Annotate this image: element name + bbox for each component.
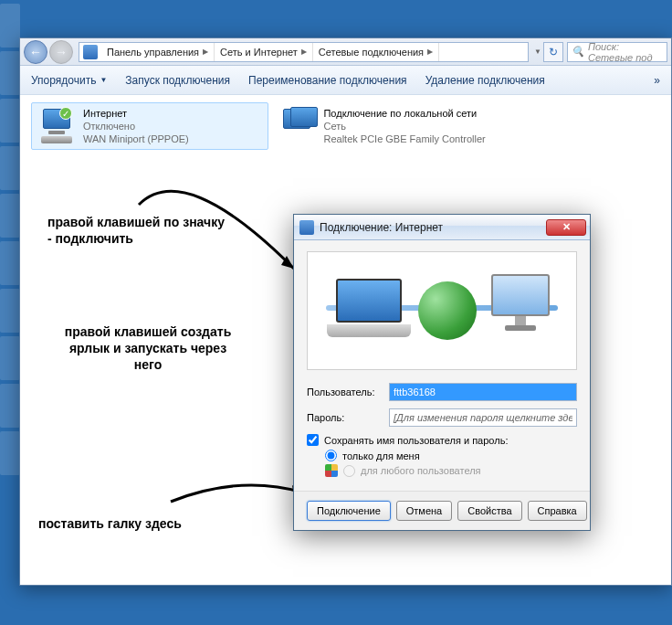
search-icon: 🔍 [572, 46, 584, 58]
connection-item-internet[interactable]: ✓ Интернет Отключено WAN Miniport (PPPOE… [31, 102, 268, 150]
annotation-text: поставить галку здесь [38, 515, 182, 532]
save-credentials-checkbox[interactable] [307, 434, 319, 446]
connection-item-lan[interactable]: Подключение по локальной сети Сеть Realt… [272, 103, 509, 149]
shield-icon [325, 464, 338, 477]
globe-icon [418, 281, 477, 340]
connection-status: Сеть [323, 120, 485, 132]
breadcrumb[interactable]: Панель управления▶ [101, 43, 215, 61]
connect-dialog: Подключение: Интернет ✕ Пользователь: Па… [293, 214, 591, 531]
dialog-icon [299, 220, 314, 235]
any-user-radio [343, 465, 355, 477]
close-button[interactable]: ✕ [546, 219, 586, 236]
connection-status: Отключено [83, 120, 189, 132]
connect-button[interactable]: Подключение [307, 501, 391, 521]
cancel-button[interactable]: Отмена [396, 501, 452, 521]
nav-bar: ← → Панель управления▶ Сеть и Интернет▶ … [20, 38, 671, 66]
password-label: Пароль: [307, 412, 383, 423]
dialog-buttons: Подключение Отмена Свойства Справка [294, 491, 590, 530]
only-me-label: только для меня [342, 450, 420, 461]
password-field[interactable] [389, 408, 577, 427]
annotation-text: правой клавишей создать ярлык и запускат… [57, 323, 239, 373]
annotation-arrow-icon [166, 470, 312, 515]
username-field[interactable] [389, 383, 577, 401]
save-credentials-label: Сохранять имя пользователя и пароль: [324, 435, 508, 446]
delete-connection-button[interactable]: Удаление подключения [425, 74, 545, 87]
connection-device: Realtek PCIe GBE Family Controller [323, 132, 485, 145]
breadcrumb[interactable]: Сеть и Интернет▶ [215, 43, 313, 61]
back-button[interactable]: ← [24, 40, 47, 64]
connection-title: Интернет [83, 107, 189, 120]
breadcrumb[interactable]: Сетевые подключения▶ [313, 43, 439, 61]
network-location-icon [83, 45, 98, 59]
status-check-icon: ✓ [59, 107, 72, 120]
forward-button[interactable]: → [49, 40, 73, 64]
desktop-pc-icon [484, 274, 557, 347]
rename-connection-button[interactable]: Переименование подключения [248, 74, 407, 87]
annotation-arrow-icon [130, 150, 312, 278]
dialog-illustration [307, 251, 577, 370]
connection-title: Подключение по локальной сети [323, 107, 485, 120]
connection-lan-icon [278, 107, 316, 145]
address-bar[interactable]: Панель управления▶ Сеть и Интернет▶ Сете… [79, 42, 529, 62]
connection-device: WAN Miniport (PPPOE) [83, 132, 189, 145]
search-input[interactable]: 🔍 Поиск: Сетевые под [567, 42, 667, 62]
connection-modem-icon: ✓ [37, 107, 76, 145]
only-me-radio[interactable] [325, 450, 337, 461]
dialog-titlebar[interactable]: Подключение: Интернет ✕ [294, 215, 590, 240]
properties-button[interactable]: Свойства [457, 501, 521, 521]
dialog-title: Подключение: Интернет [320, 221, 443, 234]
refresh-button[interactable]: ↻ [543, 42, 563, 62]
help-button[interactable]: Справка [528, 501, 587, 521]
start-connection-button[interactable]: Запуск подключения [125, 74, 230, 87]
toolbar: Упорядочить▼ Запуск подключения Переимен… [20, 66, 671, 95]
any-user-label: для любого пользователя [361, 465, 481, 476]
laptop-icon [327, 279, 411, 343]
username-label: Пользователь: [307, 387, 383, 397]
organize-menu[interactable]: Упорядочить▼ [31, 74, 107, 87]
toolbar-overflow[interactable]: » [654, 74, 660, 87]
